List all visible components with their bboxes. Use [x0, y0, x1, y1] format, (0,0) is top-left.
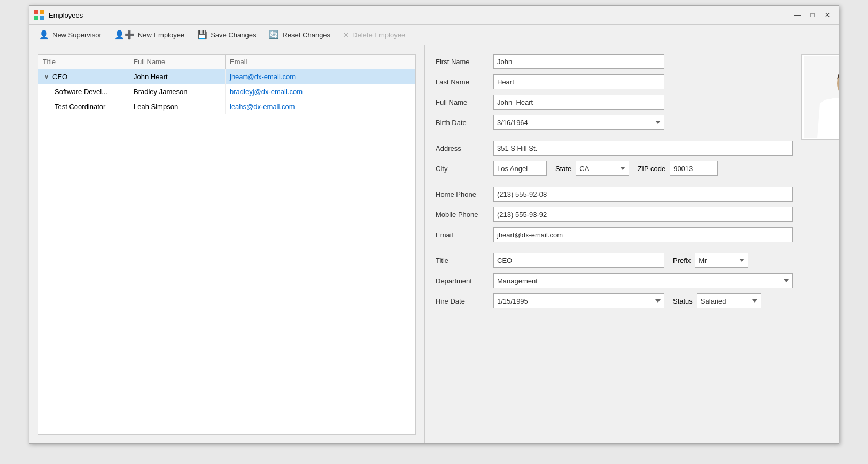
- home-phone-input[interactable]: [493, 187, 793, 202]
- svg-rect-0: [34, 10, 38, 14]
- person-svg: [804, 56, 839, 138]
- email-label: Email: [436, 231, 489, 239]
- first-name-label: First Name: [436, 58, 489, 66]
- department-label: Department: [436, 277, 489, 285]
- new-supervisor-button[interactable]: 👤 New Supervisor: [34, 27, 107, 43]
- full-name-label: Full Name: [436, 98, 489, 106]
- testcoord-title: Test Coordinator: [55, 103, 105, 111]
- table-row[interactable]: ∨ CEO John Heart jheart@dx-email.com: [38, 69, 415, 84]
- col-fullname: Full Name: [129, 55, 226, 69]
- ceo-email[interactable]: jheart@dx-email.com: [226, 69, 415, 84]
- hire-date-status-row: Hire Date 1/15/1995 Status SalariedHourl…: [436, 293, 793, 308]
- birth-date-select[interactable]: 3/16/1964: [493, 115, 664, 130]
- birth-date-label: Birth Date: [436, 119, 489, 127]
- mobile-phone-input[interactable]: [493, 207, 793, 222]
- testcoord-title-cell: Test Coordinator: [38, 99, 129, 114]
- photo-panel: [801, 54, 839, 435]
- employee-tree: Title Full Name Email ∨ CEO John Heart j…: [38, 54, 416, 435]
- close-button[interactable]: ✕: [820, 9, 834, 21]
- new-employee-icon: 👤➕: [114, 30, 135, 40]
- home-phone-label: Home Phone: [436, 190, 489, 198]
- full-name-row: Full Name: [436, 95, 793, 110]
- employee-photo: [801, 54, 839, 140]
- new-employee-button[interactable]: 👤➕ New Employee: [109, 27, 190, 43]
- expand-icon[interactable]: ∨: [43, 73, 50, 81]
- hire-date-select[interactable]: 1/15/1995: [493, 293, 664, 308]
- svg-rect-3: [40, 16, 44, 20]
- first-name-input[interactable]: [493, 54, 664, 69]
- col-email: Email: [226, 55, 415, 69]
- prefix-label: Prefix: [673, 257, 691, 265]
- ceo-title: CEO: [52, 73, 67, 81]
- swdev-fullname: Bradley Jameson: [129, 84, 226, 99]
- title-prefix-row: Title Prefix MrMrsMsDr: [436, 253, 793, 268]
- testcoord-fullname: Leah Simpson: [129, 99, 226, 114]
- spacer3: [436, 248, 793, 253]
- department-row: Department ManagementEngineeringQAHRFina…: [436, 273, 793, 288]
- zip-input[interactable]: [670, 161, 718, 176]
- ceo-title-cell: ∨ CEO: [38, 69, 129, 84]
- email-input[interactable]: [493, 227, 793, 242]
- minimize-button[interactable]: —: [790, 9, 804, 21]
- address-input[interactable]: [493, 141, 793, 156]
- state-select[interactable]: CANYTXFLWAORCOIL: [576, 161, 629, 176]
- save-changes-button[interactable]: 💾 Save Changes: [192, 27, 261, 43]
- delete-icon: ✕: [343, 31, 349, 39]
- last-name-input[interactable]: [493, 74, 664, 89]
- save-changes-label: Save Changes: [211, 31, 256, 39]
- left-panel: Title Full Name Email ∨ CEO John Heart j…: [29, 45, 425, 443]
- new-supervisor-label: New Supervisor: [52, 31, 102, 39]
- prefix-select[interactable]: MrMrsMsDr: [695, 253, 748, 268]
- city-state-zip-row: City State CANYTXFLWAORCOIL ZIP code: [436, 161, 793, 176]
- hire-date-label: Hire Date: [436, 297, 489, 305]
- delete-employee-button[interactable]: ✕ Delete Employee: [338, 28, 410, 42]
- swdev-title: Software Devel...: [55, 88, 107, 96]
- tree-header: Title Full Name Email: [38, 55, 415, 69]
- reset-changes-button[interactable]: 🔄 Reset Changes: [264, 27, 336, 43]
- last-name-label: Last Name: [436, 78, 489, 86]
- home-phone-row: Home Phone: [436, 187, 793, 202]
- title-bar: Employees — □ ✕: [29, 6, 839, 25]
- address-row: Address: [436, 141, 793, 156]
- app-icon: [34, 10, 44, 20]
- main-window: Employees — □ ✕ 👤 New Supervisor 👤➕ New …: [29, 5, 839, 444]
- window-title: Employees: [49, 11, 790, 19]
- state-label: State: [555, 165, 571, 173]
- save-icon: 💾: [197, 30, 207, 40]
- status-label: Status: [673, 297, 693, 305]
- svg-rect-2: [34, 16, 38, 20]
- toolbar: 👤 New Supervisor 👤➕ New Employee 💾 Save …: [29, 25, 839, 45]
- form-section: First Name Last Name Full Name Birth Dat…: [436, 54, 793, 435]
- first-name-row: First Name: [436, 54, 793, 69]
- ceo-fullname: John Heart: [129, 69, 226, 84]
- maximize-button[interactable]: □: [805, 9, 819, 21]
- new-employee-label: New Employee: [138, 31, 184, 39]
- city-label: City: [436, 165, 489, 173]
- address-label: Address: [436, 144, 489, 152]
- reset-icon: 🔄: [269, 30, 279, 40]
- zip-label: ZIP code: [638, 165, 665, 173]
- title-input[interactable]: [493, 253, 664, 268]
- last-name-row: Last Name: [436, 74, 793, 89]
- table-row[interactable]: Software Devel... Bradley Jameson bradle…: [38, 84, 415, 99]
- supervisor-icon: 👤: [39, 30, 49, 40]
- svg-rect-1: [40, 10, 44, 14]
- mobile-phone-row: Mobile Phone: [436, 207, 793, 222]
- title-label: Title: [436, 257, 489, 265]
- mobile-phone-label: Mobile Phone: [436, 211, 489, 219]
- swdev-title-cell: Software Devel...: [38, 84, 129, 99]
- col-title: Title: [38, 55, 129, 69]
- email-row: Email: [436, 227, 793, 242]
- reset-changes-label: Reset Changes: [282, 31, 330, 39]
- delete-employee-label: Delete Employee: [352, 31, 405, 39]
- swdev-email[interactable]: bradleyj@dx-email.com: [226, 84, 415, 99]
- full-name-input[interactable]: [493, 95, 664, 110]
- table-row[interactable]: Test Coordinator Leah Simpson leahs@dx-e…: [38, 99, 415, 114]
- department-select[interactable]: ManagementEngineeringQAHRFinanceMarketin…: [493, 273, 793, 288]
- status-select[interactable]: SalariedHourlyContractor: [697, 293, 761, 308]
- birth-date-row: Birth Date 3/16/1964: [436, 115, 793, 130]
- window-controls: — □ ✕: [790, 9, 834, 21]
- city-input[interactable]: [493, 161, 547, 176]
- testcoord-email[interactable]: leahs@dx-email.com: [226, 99, 415, 114]
- content-area: Title Full Name Email ∨ CEO John Heart j…: [29, 45, 839, 443]
